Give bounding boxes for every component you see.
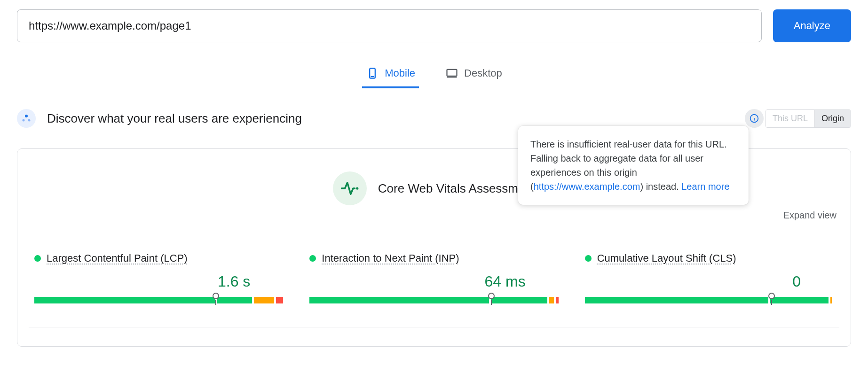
svg-point-5 [23,119,25,122]
info-icon[interactable] [745,109,764,128]
section-right: This URL Origin [745,109,851,128]
bar-segment-good [34,297,215,303]
mobile-icon [366,67,379,80]
analyze-button[interactable]: Analyze [773,9,851,42]
metric-cls-value: 0 [585,273,834,290]
metric-cls-name[interactable]: Cumulative Layout Shift (CLS) [597,252,736,264]
scope-toggle: This URL Origin [765,109,851,128]
bar-segment-good2 [217,297,252,303]
tooltip-text-after: ) instead. [640,181,681,192]
metric-cls: Cumulative Layout Shift (CLS) 0 [585,252,834,303]
metric-lcp-name[interactable]: Largest Contentful Paint (LCP) [47,252,188,264]
divider [29,327,839,327]
tab-mobile-label: Mobile [385,67,415,79]
section-header: Discover what your real users are experi… [17,109,851,128]
metric-inp-bar [309,297,558,303]
tab-mobile[interactable]: Mobile [362,61,419,88]
bar-segment-good2 [491,297,547,303]
status-dot-good-icon [309,255,316,262]
tooltip-learn-more-link[interactable]: Learn more [681,181,729,192]
metric-inp-name[interactable]: Interaction to Next Paint (INP) [322,252,459,264]
desktop-icon [445,67,458,80]
metric-lcp-value: 1.6 s [34,273,283,290]
expand-view-link[interactable]: Expand view [783,210,836,221]
tooltip-origin-link[interactable]: https://www.example.com [534,181,640,192]
bar-segment-good [585,297,768,303]
bar-segment-poor [556,297,558,303]
bar-segment-needs-improvement [549,297,554,303]
metric-cls-bar [585,297,834,303]
assessment-title: Core Web Vitals Assessment [378,181,535,196]
url-input[interactable] [17,9,762,42]
distribution-marker-icon [213,293,219,299]
scope-this-url: This URL [766,110,814,127]
section-left: Discover what your real users are experi… [17,109,302,128]
metric-lcp: Largest Contentful Paint (LCP) 1.6 s [34,252,283,303]
status-dot-good-icon [585,255,592,262]
svg-point-10 [356,187,358,189]
bar-segment-poor [276,297,284,303]
scope-origin[interactable]: Origin [814,110,851,127]
metric-inp: Interaction to Next Paint (INP) 64 ms [309,252,558,303]
tab-desktop[interactable]: Desktop [442,61,506,88]
svg-point-4 [25,115,28,117]
distribution-marker-icon [768,293,775,299]
metric-inp-value: 64 ms [309,273,558,290]
bar-segment-good2 [770,297,829,303]
metrics-row: Largest Contentful Paint (LCP) 1.6 s Int… [29,252,839,303]
crux-icon [17,109,36,128]
metric-lcp-bar [34,297,283,303]
bar-segment-needs-improvement [254,297,274,303]
tab-desktop-label: Desktop [464,67,502,79]
bar-segment-needs-improvement [830,297,832,303]
distribution-marker-icon [488,293,495,299]
insufficient-data-tooltip: There is insufficient real-user data for… [518,126,749,205]
device-tabs: Mobile Desktop [17,61,851,88]
svg-rect-2 [447,70,457,76]
svg-point-6 [28,119,31,122]
status-dot-good-icon [34,255,41,262]
bar-segment-good [309,297,489,303]
analyze-bar: Analyze [17,9,851,42]
section-title: Discover what your real users are experi… [47,111,302,126]
pulse-icon [333,171,367,205]
